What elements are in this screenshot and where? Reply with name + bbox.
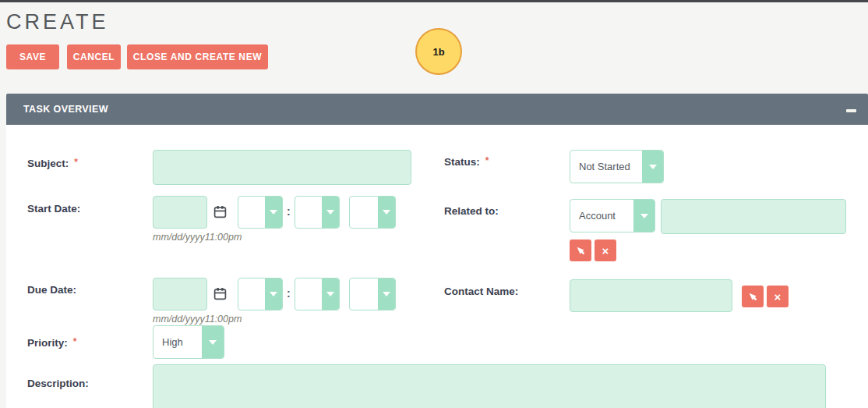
save-button[interactable]: SAVE [6,44,59,69]
page-title: CREATE [6,10,109,34]
related-to-input[interactable] [661,199,846,234]
required-mark: * [74,157,78,168]
panel-title: TASK OVERVIEW [6,104,108,115]
due-hour-dropdown[interactable] [238,278,283,310]
description-label: Description: [27,378,89,389]
priority-dropdown[interactable]: High [153,325,224,359]
start-date-calendar-button[interactable] [213,205,227,221]
task-overview-panel-header[interactable]: TASK OVERVIEW [6,94,868,125]
chevron-down-icon [322,279,339,310]
priority-label: Priority:* [27,337,76,349]
chevron-down-icon [378,279,395,310]
start-hour-dropdown[interactable] [238,196,283,229]
minus-icon [846,109,856,112]
subject-input[interactable] [153,150,411,185]
due-minute-value [295,279,322,310]
top-border [0,0,868,2]
status-selected-value: Not Started [570,151,642,183]
chevron-down-icon [322,197,339,228]
due-meridiem-value [350,279,378,310]
start-hour-value [238,197,265,228]
arrow-pointer-icon [575,245,586,256]
chevron-down-icon [633,200,655,232]
chevron-down-icon [265,197,282,228]
calendar-icon [213,287,227,300]
calendar-icon [213,205,227,218]
related-to-type-value: Account [570,200,633,232]
start-minute-value [295,197,322,228]
chevron-down-icon [265,279,282,310]
required-mark: * [485,155,489,166]
due-hour-value [238,279,265,310]
time-separator: : [287,205,291,218]
due-minute-dropdown[interactable] [295,278,340,310]
due-date-input[interactable] [153,278,207,310]
due-date-format-hint: mm/dd/yyyy11:00pm [153,314,242,325]
start-meridiem-dropdown[interactable] [349,196,396,229]
chevron-down-icon [642,151,663,183]
related-to-type-dropdown[interactable]: Account [570,199,655,232]
create-task-screen: CREATE SAVE CANCEL CLOSE AND CREATE NEW … [0,0,868,408]
priority-selected-value: High [153,326,202,358]
start-meridiem-value [350,197,378,228]
due-meridiem-dropdown[interactable] [349,278,396,310]
start-date-input[interactable] [153,196,207,229]
collapse-panel-button[interactable] [845,105,857,114]
time-separator: : [287,287,291,300]
description-textarea[interactable] [153,364,826,408]
contact-name-label: Contact Name: [444,286,518,297]
related-to-clear-button[interactable]: × [595,239,616,261]
related-to-label: Related to: [444,205,499,217]
annotation-badge: 1b [415,28,462,75]
contact-name-input[interactable] [570,279,732,312]
close-and-create-new-button[interactable]: CLOSE AND CREATE NEW [127,44,268,69]
required-mark: * [73,336,77,347]
x-icon: × [602,245,609,257]
status-label: Status:* [444,156,489,168]
cancel-button[interactable]: CANCEL [67,44,121,69]
start-minute-dropdown[interactable] [295,196,340,229]
task-overview-panel-body: Subject:* Status:* Not Started Start Dat… [6,125,868,408]
contact-clear-button[interactable]: × [767,286,789,307]
arrow-pointer-icon [747,291,758,302]
subject-label: Subject:* [27,158,78,169]
due-date-label: Due Date: [27,284,76,296]
x-icon: × [774,291,782,303]
start-date-label: Start Date: [27,203,80,215]
chevron-down-icon [202,326,224,358]
contact-select-button[interactable] [742,286,764,307]
chevron-down-icon [378,197,395,228]
related-to-select-button[interactable] [570,239,591,261]
annotation-badge-label: 1b [432,46,444,58]
due-date-calendar-button[interactable] [213,287,227,303]
start-date-format-hint: mm/dd/yyyy11:00pm [153,232,242,243]
status-dropdown[interactable]: Not Started [570,150,664,183]
